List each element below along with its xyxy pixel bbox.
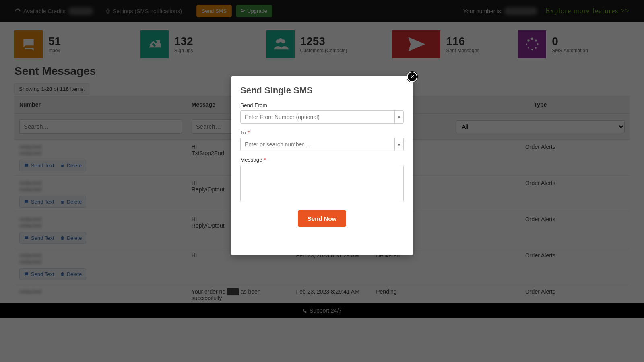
from-number-input[interactable] bbox=[241, 111, 394, 123]
message-textarea[interactable] bbox=[240, 165, 404, 202]
to-label: To * bbox=[240, 130, 404, 136]
chevron-down-icon[interactable]: ▼ bbox=[394, 111, 403, 123]
to-number-input[interactable] bbox=[241, 138, 394, 151]
chevron-down-icon[interactable]: ▼ bbox=[394, 138, 403, 151]
send-sms-modal: ✕ Send Single SMS Send From ▼ To * ▼ Mes… bbox=[231, 76, 413, 255]
from-label: Send From bbox=[240, 102, 404, 108]
modal-title: Send Single SMS bbox=[240, 85, 404, 96]
send-now-button[interactable]: Send Now bbox=[298, 210, 347, 227]
modal-overlay[interactable]: ✕ Send Single SMS Send From ▼ To * ▼ Mes… bbox=[0, 0, 644, 362]
close-icon[interactable]: ✕ bbox=[407, 72, 417, 82]
message-label: Message * bbox=[240, 157, 404, 163]
